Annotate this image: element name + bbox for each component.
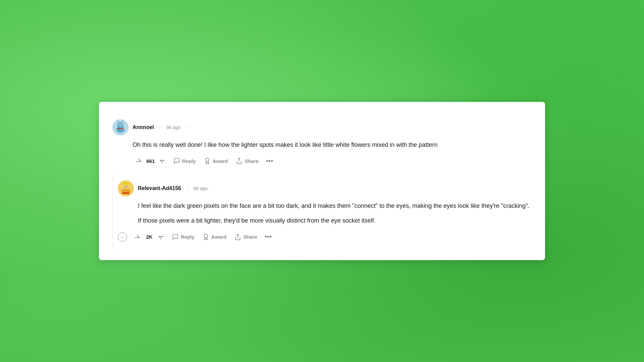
downvote-button-2[interactable] — [155, 232, 167, 242]
avatar-image-2 — [118, 180, 134, 196]
collapse-button[interactable]: − — [118, 232, 127, 242]
comment-timestamp: 9d ago — [166, 125, 180, 130]
comment-item: ★ Annnoel · 9d ago · Oh this is really w… — [99, 113, 545, 174]
svg-text:★: ★ — [122, 127, 123, 129]
upvote-icon — [135, 158, 142, 164]
comment-header-2: Relevant-Ad4156 · 9d ago · — [118, 180, 532, 196]
comment-username: Annnoel — [132, 124, 154, 130]
share-button[interactable]: Share — [232, 156, 262, 166]
upvote-button-2[interactable] — [131, 232, 143, 242]
reply-icon — [173, 158, 180, 164]
share-label-2: Share — [243, 234, 257, 240]
comment-actions: 661 Reply Award — [132, 155, 532, 167]
comments-card: ★ Annnoel · 9d ago · Oh this is really w… — [99, 102, 545, 260]
svg-point-24 — [124, 186, 125, 187]
comment-paragraph-2: If those pixels were a bit lighter, they… — [138, 216, 532, 226]
avatar-image: ★ — [112, 119, 128, 135]
comment-item-indented: Relevant-Ad4156 · 9d ago · I feel like t… — [99, 174, 545, 250]
avatar-2 — [118, 180, 134, 196]
more-options-button-2[interactable]: ••• — [262, 231, 274, 243]
reply-label: Reply — [182, 158, 196, 164]
award-icon-2 — [203, 234, 209, 240]
share-label: Share — [245, 158, 259, 164]
separator-dot-3: · — [186, 185, 188, 191]
reply-icon-2 — [172, 234, 179, 240]
svg-rect-28 — [122, 192, 129, 194]
vote-count-2: 2K — [145, 234, 154, 240]
award-button-2[interactable]: Award — [199, 232, 230, 242]
upvote-icon-2 — [134, 234, 141, 240]
comment-body-2: I feel like the dark green pixels on the… — [138, 201, 532, 226]
comment-header: ★ Annnoel · 9d ago · — [112, 119, 532, 135]
reply-button[interactable]: Reply — [170, 156, 199, 166]
svg-point-29 — [204, 234, 208, 237]
comment-body: Oh this is really well done! I like how … — [132, 140, 532, 150]
share-icon-2 — [234, 234, 241, 240]
svg-point-14 — [206, 158, 209, 162]
award-label-2: Award — [211, 234, 227, 240]
reply-button-2[interactable]: Reply — [169, 232, 198, 242]
comment-username-2: Relevant-Ad4156 — [138, 185, 181, 191]
reply-label-2: Reply — [181, 234, 195, 240]
avatar: ★ — [112, 119, 128, 135]
more-options-button[interactable]: ••• — [263, 155, 276, 167]
separator-dot: · — [159, 124, 161, 130]
svg-point-10 — [120, 126, 120, 127]
award-label: Award — [213, 158, 228, 164]
comment-paragraph-1: I feel like the dark green pixels on the… — [138, 201, 532, 211]
downvote-button[interactable] — [157, 156, 169, 166]
vote-count: 661 — [146, 158, 155, 164]
svg-point-7 — [119, 124, 120, 125]
share-button-2[interactable]: Share — [231, 232, 261, 242]
upvote-button[interactable] — [132, 156, 145, 166]
svg-point-11 — [121, 126, 121, 127]
vote-group: 661 — [132, 156, 169, 166]
svg-point-25 — [126, 186, 127, 187]
award-icon — [204, 158, 211, 164]
separator-dot-4: · — [213, 185, 214, 191]
share-icon — [236, 158, 243, 164]
svg-point-8 — [121, 124, 122, 125]
comment-actions-2: − 2K Reply — [118, 231, 532, 243]
comment-timestamp-2: 9d ago — [193, 186, 208, 191]
separator-dot-2: · — [186, 124, 187, 130]
more-dots-2: ••• — [265, 233, 272, 241]
more-dots: ••• — [266, 157, 273, 165]
vote-group-2: 2K — [131, 232, 167, 242]
svg-point-9 — [119, 125, 122, 127]
downvote-icon-2 — [158, 234, 165, 240]
collapse-icon: − — [121, 234, 124, 240]
award-button[interactable]: Award — [201, 156, 231, 166]
downvote-icon — [159, 158, 166, 164]
